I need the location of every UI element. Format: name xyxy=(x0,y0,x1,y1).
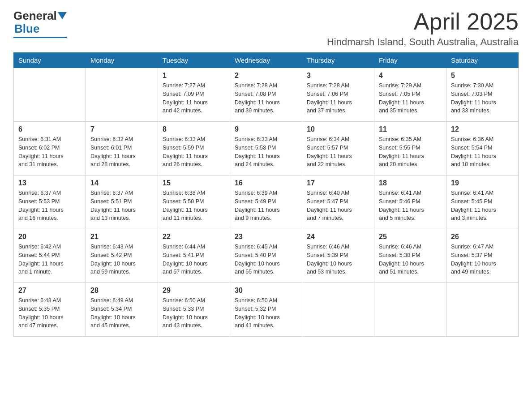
day-info: Sunrise: 6:40 AM Sunset: 5:47 PM Dayligh… xyxy=(307,189,369,223)
day-number: 10 xyxy=(307,125,369,133)
calendar-cell: 17Sunrise: 6:40 AM Sunset: 5:47 PM Dayli… xyxy=(302,176,374,229)
calendar-table: SundayMondayTuesdayWednesdayThursdayFrid… xyxy=(13,52,519,337)
calendar-cell: 4Sunrise: 7:29 AM Sunset: 7:05 PM Daylig… xyxy=(374,68,446,122)
day-info: Sunrise: 6:44 AM Sunset: 5:41 PM Dayligh… xyxy=(163,243,225,276)
day-of-week-header: Monday xyxy=(86,53,158,68)
calendar-cell: 28Sunrise: 6:49 AM Sunset: 5:34 PM Dayli… xyxy=(86,283,158,337)
day-number: 16 xyxy=(235,179,297,187)
day-number: 25 xyxy=(379,233,442,241)
calendar-cell: 9Sunrise: 6:33 AM Sunset: 5:58 PM Daylig… xyxy=(230,122,302,176)
day-info: Sunrise: 6:41 AM Sunset: 5:46 PM Dayligh… xyxy=(379,189,442,223)
calendar-cell xyxy=(86,68,158,122)
calendar-cell: 1Sunrise: 7:27 AM Sunset: 7:09 PM Daylig… xyxy=(158,68,230,122)
day-number: 15 xyxy=(163,179,225,187)
day-of-week-header: Thursday xyxy=(302,53,374,68)
calendar-cell: 25Sunrise: 6:46 AM Sunset: 5:38 PM Dayli… xyxy=(374,229,446,283)
calendar-cell: 20Sunrise: 6:42 AM Sunset: 5:44 PM Dayli… xyxy=(14,229,86,283)
day-number: 19 xyxy=(451,179,514,187)
calendar-cell: 21Sunrise: 6:43 AM Sunset: 5:42 PM Dayli… xyxy=(86,229,158,283)
day-number: 28 xyxy=(90,287,153,295)
day-number: 11 xyxy=(379,125,442,133)
day-number: 23 xyxy=(235,233,297,241)
page-header: General Blue April 2025 Hindmarsh Island… xyxy=(13,9,519,48)
day-number: 17 xyxy=(307,179,369,187)
calendar-cell xyxy=(446,283,519,337)
day-info: Sunrise: 7:28 AM Sunset: 7:06 PM Dayligh… xyxy=(307,81,369,115)
day-number: 4 xyxy=(379,72,442,80)
day-number: 21 xyxy=(90,233,153,241)
day-number: 26 xyxy=(451,233,514,241)
calendar-week-row: 1Sunrise: 7:27 AM Sunset: 7:09 PM Daylig… xyxy=(14,68,519,122)
calendar-cell: 23Sunrise: 6:45 AM Sunset: 5:40 PM Dayli… xyxy=(230,229,302,283)
title-section: April 2025 Hindmarsh Island, South Austr… xyxy=(327,9,519,48)
day-number: 9 xyxy=(235,125,297,133)
day-number: 20 xyxy=(18,233,81,241)
day-info: Sunrise: 6:50 AM Sunset: 5:32 PM Dayligh… xyxy=(235,296,297,330)
day-info: Sunrise: 7:30 AM Sunset: 7:03 PM Dayligh… xyxy=(451,81,514,115)
logo: General Blue xyxy=(13,9,67,38)
calendar-cell: 5Sunrise: 7:30 AM Sunset: 7:03 PM Daylig… xyxy=(446,68,519,122)
calendar-week-row: 13Sunrise: 6:37 AM Sunset: 5:53 PM Dayli… xyxy=(14,176,519,229)
calendar-cell: 12Sunrise: 6:36 AM Sunset: 5:54 PM Dayli… xyxy=(446,122,519,176)
calendar-cell: 2Sunrise: 7:28 AM Sunset: 7:08 PM Daylig… xyxy=(230,68,302,122)
day-number: 29 xyxy=(163,287,225,295)
calendar-cell xyxy=(14,68,86,122)
day-info: Sunrise: 6:37 AM Sunset: 5:51 PM Dayligh… xyxy=(90,189,153,223)
calendar-cell xyxy=(302,283,374,337)
calendar-cell: 16Sunrise: 6:39 AM Sunset: 5:49 PM Dayli… xyxy=(230,176,302,229)
calendar-header-row: SundayMondayTuesdayWednesdayThursdayFrid… xyxy=(14,53,519,68)
day-number: 5 xyxy=(451,72,514,80)
calendar-cell: 11Sunrise: 6:35 AM Sunset: 5:55 PM Dayli… xyxy=(374,122,446,176)
day-info: Sunrise: 7:28 AM Sunset: 7:08 PM Dayligh… xyxy=(235,81,297,115)
day-info: Sunrise: 7:29 AM Sunset: 7:05 PM Dayligh… xyxy=(379,81,442,115)
day-info: Sunrise: 6:46 AM Sunset: 5:38 PM Dayligh… xyxy=(379,243,442,276)
day-info: Sunrise: 6:39 AM Sunset: 5:49 PM Dayligh… xyxy=(235,189,297,223)
calendar-cell: 24Sunrise: 6:46 AM Sunset: 5:39 PM Dayli… xyxy=(302,229,374,283)
calendar-cell: 27Sunrise: 6:48 AM Sunset: 5:35 PM Dayli… xyxy=(14,283,86,337)
calendar-cell: 14Sunrise: 6:37 AM Sunset: 5:51 PM Dayli… xyxy=(86,176,158,229)
day-info: Sunrise: 6:41 AM Sunset: 5:45 PM Dayligh… xyxy=(451,189,514,223)
day-number: 12 xyxy=(451,125,514,133)
day-info: Sunrise: 6:33 AM Sunset: 5:59 PM Dayligh… xyxy=(163,135,225,169)
logo-general-text: General xyxy=(13,9,57,23)
day-info: Sunrise: 6:38 AM Sunset: 5:50 PM Dayligh… xyxy=(163,189,225,223)
day-info: Sunrise: 6:50 AM Sunset: 5:33 PM Dayligh… xyxy=(163,296,225,330)
calendar-cell: 3Sunrise: 7:28 AM Sunset: 7:06 PM Daylig… xyxy=(302,68,374,122)
calendar-cell: 8Sunrise: 6:33 AM Sunset: 5:59 PM Daylig… xyxy=(158,122,230,176)
location-title: Hindmarsh Island, South Australia, Austr… xyxy=(327,36,519,48)
day-number: 30 xyxy=(235,287,297,295)
day-info: Sunrise: 6:31 AM Sunset: 6:02 PM Dayligh… xyxy=(18,135,81,169)
day-info: Sunrise: 6:32 AM Sunset: 6:01 PM Dayligh… xyxy=(90,135,153,169)
day-info: Sunrise: 6:42 AM Sunset: 5:44 PM Dayligh… xyxy=(18,243,81,276)
day-info: Sunrise: 6:48 AM Sunset: 5:35 PM Dayligh… xyxy=(18,296,81,330)
day-info: Sunrise: 6:37 AM Sunset: 5:53 PM Dayligh… xyxy=(18,189,81,223)
calendar-cell: 6Sunrise: 6:31 AM Sunset: 6:02 PM Daylig… xyxy=(14,122,86,176)
day-info: Sunrise: 6:46 AM Sunset: 5:39 PM Dayligh… xyxy=(307,243,369,276)
day-of-week-header: Friday xyxy=(374,53,446,68)
day-number: 18 xyxy=(379,179,442,187)
day-number: 7 xyxy=(90,125,153,133)
calendar-cell: 7Sunrise: 6:32 AM Sunset: 6:01 PM Daylig… xyxy=(86,122,158,176)
day-number: 22 xyxy=(163,233,225,241)
calendar-cell: 18Sunrise: 6:41 AM Sunset: 5:46 PM Dayli… xyxy=(374,176,446,229)
day-number: 13 xyxy=(18,179,81,187)
day-number: 1 xyxy=(163,72,225,80)
calendar-cell: 30Sunrise: 6:50 AM Sunset: 5:32 PM Dayli… xyxy=(230,283,302,337)
calendar-cell xyxy=(374,283,446,337)
day-of-week-header: Saturday xyxy=(446,53,519,68)
day-info: Sunrise: 6:47 AM Sunset: 5:37 PM Dayligh… xyxy=(451,243,514,276)
day-info: Sunrise: 6:33 AM Sunset: 5:58 PM Dayligh… xyxy=(235,135,297,169)
calendar-week-row: 6Sunrise: 6:31 AM Sunset: 6:02 PM Daylig… xyxy=(14,122,519,176)
day-number: 3 xyxy=(307,72,369,80)
logo-underline xyxy=(13,37,67,38)
day-info: Sunrise: 7:27 AM Sunset: 7:09 PM Dayligh… xyxy=(163,81,225,115)
day-number: 27 xyxy=(18,287,81,295)
calendar-cell: 29Sunrise: 6:50 AM Sunset: 5:33 PM Dayli… xyxy=(158,283,230,337)
day-of-week-header: Wednesday xyxy=(230,53,302,68)
day-number: 2 xyxy=(235,72,297,80)
calendar-week-row: 20Sunrise: 6:42 AM Sunset: 5:44 PM Dayli… xyxy=(14,229,519,283)
day-number: 6 xyxy=(18,125,81,133)
calendar-cell: 15Sunrise: 6:38 AM Sunset: 5:50 PM Dayli… xyxy=(158,176,230,229)
day-of-week-header: Tuesday xyxy=(158,53,230,68)
day-number: 14 xyxy=(90,179,153,187)
